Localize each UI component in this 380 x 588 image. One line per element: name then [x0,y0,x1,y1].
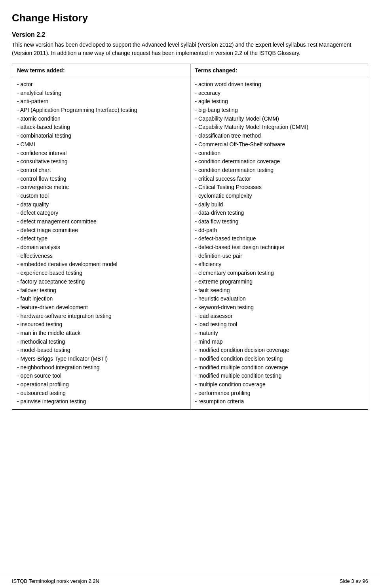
page-container: Change History Version 2.2 This new vers… [0,0,380,433]
list-item: - critical success factor [195,175,363,183]
col1-header: New terms added: [12,64,190,77]
list-item: - defect type [17,234,185,243]
list-item: - efficiency [195,260,363,269]
list-item: - anti-pattern [17,97,185,106]
list-item: - performance profiling [195,389,363,398]
list-item: - atomic condition [17,115,185,123]
list-item: - embedded iterative development model [17,260,185,269]
list-item: - control chart [17,166,185,175]
list-item: - big-bang testing [195,106,363,115]
footer-right: Side 3 av 96 [340,578,368,584]
list-item: - actor [17,80,185,89]
list-item: - accuracy [195,89,363,98]
list-item: - load testing tool [195,320,363,329]
list-item: - modified condition decision testing [195,355,363,363]
list-item: - data-driven testing [195,209,363,217]
version-label: Version 2.2 [12,31,368,38]
list-item: - custom tool [17,192,185,200]
list-item: - pairwise integration testing [17,397,185,406]
list-item: - factory acceptance testing [17,278,185,286]
list-item: - open source tool [17,372,185,380]
list-item: - CMMI [17,140,185,149]
list-item: - defect-based technique [195,234,363,243]
list-item: - defect management committee [17,217,185,226]
footer-left: ISTQB Terminologi norsk versjon 2.2N [12,578,99,584]
col2-content: - action word driven testing- accuracy- … [190,77,368,410]
list-item: - analytical testing [17,89,185,98]
list-item: - action word driven testing [195,80,363,89]
list-item: - Commercial Off-The-Shelf software [195,140,363,149]
list-item: - fault injection [17,295,185,303]
list-item: - mind map [195,338,363,346]
list-item: - convergence metric [17,183,185,192]
col2-header: Terms changed: [190,64,368,77]
list-item: - extreme programming [195,278,363,286]
list-item: - multiple condition coverage [195,380,363,389]
list-item: - defect category [17,209,185,217]
list-item: - modified multiple condition coverage [195,363,363,372]
list-item: - Capability Maturity Model (CMM) [195,115,363,123]
list-item: - model-based testing [17,346,185,355]
list-item: - failover testing [17,286,185,295]
list-item: - definition-use pair [195,252,363,261]
list-item: - condition [195,149,363,158]
list-item: - experience-based testing [17,269,185,278]
list-item: - heuristic evaluation [195,295,363,303]
list-item: - confidence interval [17,149,185,158]
footer: ISTQB Terminologi norsk versjon 2.2N Sid… [0,574,380,588]
list-item: - API (Application Programming Interface… [17,106,185,115]
list-item: - keyword-driven testing [195,303,363,312]
list-item: - control flow testing [17,175,185,183]
version-description: This new version has been developed to s… [12,41,368,57]
list-item: - feature-driven development [17,303,185,312]
list-item: - hardware-software integration testing [17,312,185,321]
list-item: - elementary comparison testing [195,269,363,278]
list-item: - Critical Testing Processes [195,183,363,192]
list-item: - effectiveness [17,252,185,261]
list-item: - combinatorial testing [17,132,185,140]
list-item: - outsourced testing [17,389,185,398]
list-item: - defect triage committee [17,226,185,235]
list-item: - cyclomatic complexity [195,192,363,200]
list-item: - modified condition decision coverage [195,346,363,355]
list-item: - data flow testing [195,217,363,226]
list-item: - man in the middle attack [17,329,185,338]
list-item: - dd-path [195,226,363,235]
page-title: Change History [12,12,368,24]
list-item: - fault seeding [195,286,363,295]
list-item: - Myers-Briggs Type Indicator (MBTI) [17,355,185,363]
list-item: - resumption criteria [195,397,363,406]
list-item: - condition determination coverage [195,157,363,166]
list-item: - domain analysis [17,243,185,252]
list-item: - Capability Maturity Model Integration … [195,123,363,132]
list-item: - defect-based test design technique [195,243,363,252]
list-item: - attack-based testing [17,123,185,132]
list-item: - daily build [195,200,363,209]
list-item: - maturity [195,329,363,338]
changes-table: New terms added: Terms changed: - actor-… [12,64,368,410]
version-block: Version 2.2 This new version has been de… [12,31,368,57]
list-item: - agile testing [195,97,363,106]
list-item: - insourced testing [17,320,185,329]
list-item: - methodical testing [17,338,185,346]
list-item: - data quality [17,200,185,209]
list-item: - lead assessor [195,312,363,321]
list-item: - consultative testing [17,157,185,166]
list-item: - neighborhood integration testing [17,363,185,372]
list-item: - condition determination testing [195,166,363,175]
list-item: - classification tree method [195,132,363,140]
list-item: - operational profiling [17,380,185,389]
col1-content: - actor- analytical testing- anti-patter… [12,77,190,410]
list-item: - modified multiple condition testing [195,372,363,380]
